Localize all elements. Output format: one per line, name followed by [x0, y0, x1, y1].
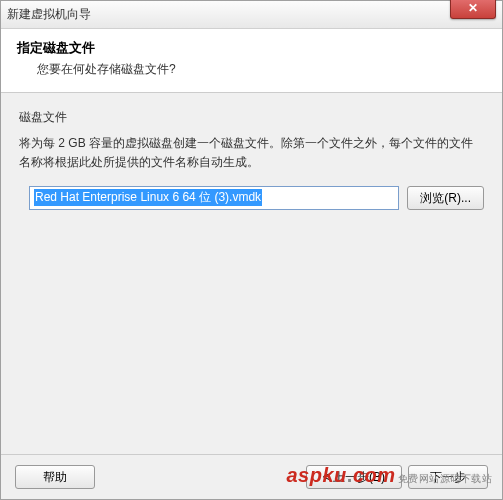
disk-file-value: Red Hat Enterprise Linux 6 64 位 (3).vmdk — [34, 189, 262, 206]
header-subtitle: 您要在何处存储磁盘文件? — [17, 61, 486, 78]
window-title: 新建虚拟机向导 — [7, 6, 91, 23]
browse-button[interactable]: 浏览(R)... — [407, 186, 484, 210]
wizard-header: 指定磁盘文件 您要在何处存储磁盘文件? — [1, 29, 502, 93]
header-title: 指定磁盘文件 — [17, 39, 486, 57]
next-button[interactable]: 下一步 — [408, 465, 488, 489]
file-row: Red Hat Enterprise Linux 6 64 位 (3).vmdk… — [19, 186, 484, 210]
close-button[interactable]: ✕ — [450, 0, 496, 19]
wizard-dialog: 新建虚拟机向导 ✕ 指定磁盘文件 您要在何处存储磁盘文件? 磁盘文件 将为每 2… — [0, 0, 503, 500]
back-button[interactable]: < 上一步(B) — [306, 465, 402, 489]
wizard-footer: 帮助 < 上一步(B) 下一步 — [1, 454, 502, 499]
help-button[interactable]: 帮助 — [15, 465, 95, 489]
footer-right: < 上一步(B) 下一步 — [306, 465, 488, 489]
wizard-content: 磁盘文件 将为每 2 GB 容量的虚拟磁盘创建一个磁盘文件。除第一个文件之外，每… — [1, 93, 502, 454]
disk-file-input[interactable]: Red Hat Enterprise Linux 6 64 位 (3).vmdk — [29, 186, 399, 210]
section-label: 磁盘文件 — [19, 109, 484, 126]
section-description: 将为每 2 GB 容量的虚拟磁盘创建一个磁盘文件。除第一个文件之外，每个文件的文… — [19, 134, 484, 172]
close-icon: ✕ — [468, 1, 478, 15]
titlebar: 新建虚拟机向导 ✕ — [1, 1, 502, 29]
